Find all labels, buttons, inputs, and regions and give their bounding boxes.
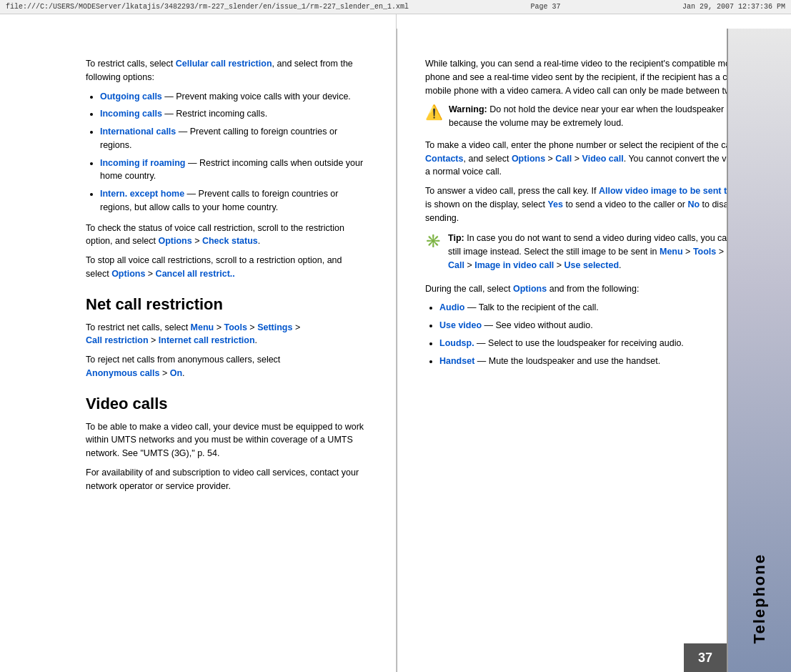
list-item: Outgoing calls — Prevent making voice ca… [100,90,367,104]
net-call-restriction-heading: Net call restriction [86,295,367,314]
check-status-paragraph: To check the status of voice call restri… [86,222,367,249]
handset-text: — Mute the loudspeaker and use the hands… [474,356,660,366]
options-check-link[interactable]: Options [158,236,191,246]
during-call-p: During the call, select Options and from… [425,282,770,296]
outgoing-calls-text: — Prevent making voice calls with your d… [162,92,351,102]
incoming-calls-text: — Restrict incoming calls. [162,109,267,119]
net-restriction-p1: To restrict net calls, select Menu > Too… [86,321,367,348]
net-restriction-p2: To reject net calls from anonymous calle… [86,353,367,380]
list-item: Handset — Mute the loudspeaker and use t… [439,355,770,368]
loudsp-link[interactable]: Loudsp. [439,338,474,348]
video-calls-heading: Video calls [86,395,367,413]
list-item: Incoming calls — Restrict incoming calls… [100,107,367,121]
date-label: Jan 29, 2007 12:37:36 PM [682,3,785,11]
check-status-link[interactable]: Check status [202,236,258,246]
tools-link-1[interactable]: Tools [224,322,247,332]
list-item: Incoming if roaming — Restrict incoming … [100,157,367,184]
sidebar-label: Telephone [750,553,769,643]
options-during-link[interactable]: Options [513,284,547,294]
video-call-make-p: To make a video call, enter the phone nu… [425,139,770,179]
tip-tools-link[interactable]: Tools [693,247,716,257]
video-calls-p1: To be able to make a video call, your de… [86,420,367,460]
list-item: Audio — Talk to the recipient of the cal… [439,301,770,315]
audio-link[interactable]: Audio [439,302,464,312]
warning-icon: ⚠️ [425,102,443,123]
file-path: file:///C:/USERS/MODEServer/lkatajis/348… [6,3,409,11]
internet-call-restriction-link[interactable]: Internet call restriction [159,335,255,345]
page-label: Page 37 [531,3,561,11]
intern-except-home-link[interactable]: Intern. except home [100,189,184,199]
tip-menu-link[interactable]: Menu [660,247,683,257]
incoming-roaming-link[interactable]: Incoming if roaming [100,158,185,168]
audio-text: — Talk to the recipient of the call. [464,302,598,312]
list-item: International calls — Prevent calling to… [100,125,367,152]
page-number: 37 [684,643,727,672]
video-call-answer-p: To answer a video call, press the call k… [425,184,770,224]
column-divider [397,29,397,672]
cellular-call-restriction-link[interactable]: Cellular call restriction [176,59,272,69]
list-item: Intern. except home — Prevent calls to f… [100,187,367,214]
options-link-2[interactable]: Options [512,154,545,164]
use-video-text: — See video without audio. [482,320,593,330]
left-column: To restrict calls, select Cellular call … [0,14,397,672]
video-call-link[interactable]: Video call [582,154,624,164]
tip-image-link[interactable]: Image in video call [474,260,554,270]
warning-text: Warning: Do not hold the device near you… [449,103,770,130]
video-calls-p2: For availability of and subscription to … [86,466,367,493]
top-bar: file:///C:/USERS/MODEServer/lkatajis/348… [0,0,791,14]
list-item: Loudsp. — Select to use the loudspeaker … [439,337,770,350]
tip-box: ✳️ Tip: In case you do not want to send … [425,232,770,272]
anonymous-calls-link[interactable]: Anonymous calls [86,368,160,378]
main-content: To restrict calls, select Cellular call … [0,14,791,672]
sidebar: Telephone [727,29,791,672]
tip-call-link[interactable]: Call [448,260,464,270]
yes-link[interactable]: Yes [547,199,563,209]
incoming-calls-link[interactable]: Incoming calls [100,109,162,119]
tip-text: Tip: In case you do not want to send a v… [448,232,770,272]
warning-box: ⚠️ Warning: Do not hold the device near … [425,103,770,130]
on-link[interactable]: On [170,368,182,378]
handset-link[interactable]: Handset [439,356,474,366]
right-p1: While talking, you can send a real-time … [425,57,770,97]
international-calls-link[interactable]: International calls [100,127,176,137]
tip-icon: ✳️ [425,233,441,249]
list-item: Use video — See video without audio. [439,319,770,332]
restriction-list: Outgoing calls — Prevent making voice ca… [100,90,367,214]
intro-text: To restrict calls, select [86,59,173,69]
outgoing-calls-link[interactable]: Outgoing calls [100,92,162,102]
options-cancel-link[interactable]: Options [111,269,145,279]
menu-link-1[interactable]: Menu [191,322,214,332]
intro-paragraph: To restrict calls, select Cellular call … [86,57,367,84]
call-restriction-link[interactable]: Call restriction [86,335,149,345]
tip-use-selected-link[interactable]: Use selected [564,260,619,270]
contacts-link[interactable]: Contacts [425,154,463,164]
cancel-restrict-link[interactable]: Cancel all restrict.. [156,269,235,279]
settings-link-1[interactable]: Settings [257,322,292,332]
use-video-link[interactable]: Use video [439,320,482,330]
no-link[interactable]: No [687,199,700,209]
cancel-paragraph: To stop all voice call restrictions, scr… [86,254,367,281]
during-call-list: Audio — Talk to the recipient of the cal… [439,301,770,367]
call-link[interactable]: Call [555,154,572,164]
loudsp-text: — Select to use the loudspeaker for rece… [474,338,684,348]
